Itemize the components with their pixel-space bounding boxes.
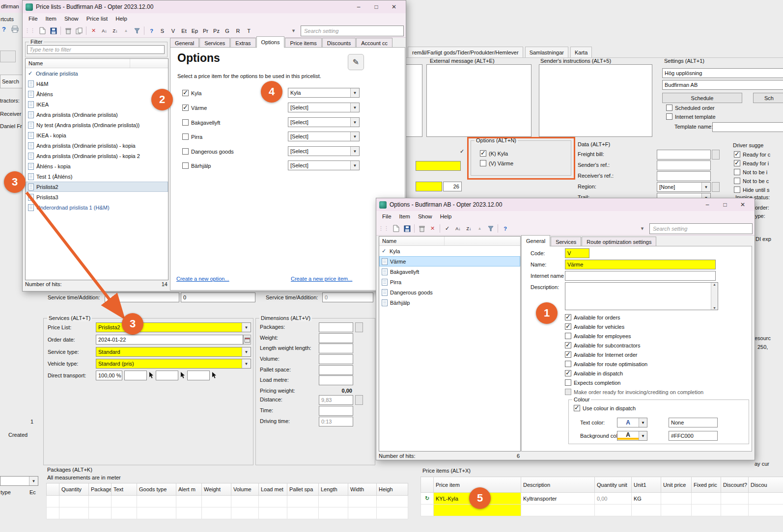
minimize-button[interactable]: – (699, 198, 716, 211)
empty-cell[interactable] (521, 505, 595, 516)
company-input[interactable]: Budfirman AB (662, 80, 783, 90)
empty-table-row[interactable] (47, 507, 408, 519)
toolbar-letter-g[interactable]: G (223, 26, 232, 36)
pirra-price-item-select[interactable]: [Select]▼ (288, 132, 360, 141)
column-header[interactable]: Discount? (721, 477, 749, 493)
clear-sort-icon[interactable]: ▲ (121, 26, 131, 36)
sort-descending-icon[interactable]: Z↓ (464, 224, 474, 234)
direct-transport-extra-3[interactable] (187, 371, 210, 380)
bottom-left-combo[interactable]: ▼ (0, 476, 38, 486)
filter-input[interactable]: Type here to filter (27, 45, 165, 54)
length-weight-length-input[interactable] (319, 344, 353, 353)
empty-cell[interactable] (661, 505, 692, 516)
background-color-value-input[interactable]: #FFC000 (669, 431, 718, 441)
template-name-input[interactable] (712, 122, 783, 132)
empty-cell[interactable] (749, 493, 783, 505)
refresh-icon-cell[interactable]: ↻ (421, 493, 434, 505)
empty-cell[interactable] (661, 493, 692, 505)
toolbar-letter-et[interactable]: Et (179, 26, 189, 36)
direct-transport-extra-2[interactable] (156, 371, 178, 380)
bakgavellyft-checkbox[interactable] (182, 119, 189, 126)
toolbar-letter-t[interactable]: T (244, 26, 253, 36)
toolbar-letter-pr[interactable]: Pr (201, 26, 210, 36)
copy-icon[interactable] (74, 26, 84, 36)
tab-samlastningar[interactable]: Samlastningar (525, 47, 568, 57)
calendar-icon[interactable] (243, 335, 251, 345)
tab-general[interactable]: General (170, 38, 199, 48)
column-header[interactable]: Package (89, 483, 112, 496)
column-header[interactable]: Weight (202, 483, 231, 496)
bakgavellyft-price-item-select[interactable]: [Select]▼ (288, 117, 360, 127)
price-list-row[interactable]: Andra prislista (Ordinarie prislista) - … (26, 140, 168, 151)
price-list-row[interactable]: Åhléns (26, 89, 168, 99)
create-new-option-link[interactable]: Create a new option... (176, 276, 229, 282)
column-header[interactable]: Volume (231, 483, 259, 496)
hide-until-checkbox[interactable] (734, 186, 740, 193)
empty-cell[interactable] (721, 493, 749, 505)
not-to-be-checkbox-2[interactable] (734, 178, 740, 184)
empty-cell[interactable] (632, 505, 661, 516)
remove-icon[interactable]: ✕ (428, 224, 437, 234)
pallet-space-input[interactable] (319, 365, 353, 375)
tab-general[interactable]: General (521, 235, 550, 246)
options-titlebar[interactable]: Options - Budfirman AB - Opter 2023.12.0… (376, 198, 755, 211)
column-header[interactable]: Goods type (137, 483, 176, 496)
direct-transport-input[interactable]: 100,00 % (96, 371, 122, 380)
order-date-input[interactable]: 2024-01-22 (96, 335, 243, 345)
column-header[interactable]: Fixed pric (692, 477, 721, 493)
kyla-checkbox[interactable] (182, 90, 189, 96)
use-colour-in-dispatch-checkbox[interactable] (574, 405, 580, 411)
packages-button[interactable] (355, 322, 363, 332)
menu-item[interactable]: Item (395, 213, 414, 220)
empty-cell[interactable] (421, 505, 434, 516)
close-button[interactable]: ✕ (734, 198, 752, 211)
tab-goods-times-products[interactable]: remål/Farligt gods/Tider/Produkter/Hemle… (408, 47, 523, 57)
menu-price-list[interactable]: Price list (83, 15, 112, 23)
minimize-button[interactable]: – (350, 0, 367, 13)
background-color-button[interactable]: A▼ (617, 431, 647, 441)
help-icon[interactable]: ? (501, 224, 510, 234)
code-input[interactable]: V (565, 248, 589, 258)
option-row[interactable]: Bärhjälp (379, 297, 520, 308)
region-button[interactable] (712, 182, 720, 192)
price-list-row[interactable]: ✓Ordinarie prislista (26, 68, 168, 79)
save-icon[interactable] (49, 26, 58, 36)
not-to-be-checkbox-1[interactable] (734, 169, 740, 175)
column-header[interactable]: Heigh (377, 483, 408, 496)
column-header[interactable]: Quantity (59, 483, 89, 496)
available-for-internet-order-checkbox[interactable] (565, 351, 571, 358)
column-header[interactable]: Length (319, 483, 348, 496)
available-for-orders-checkbox[interactable] (565, 314, 571, 320)
tab-karta[interactable]: Karta (570, 47, 592, 57)
menu-help[interactable]: Help (436, 213, 456, 220)
available-in-dispatch-checkbox[interactable] (565, 370, 571, 376)
region-combo[interactable]: [None]▼ (657, 182, 711, 192)
help-icon[interactable]: ? (147, 26, 156, 36)
dangerous-goods-checkbox[interactable] (182, 148, 189, 155)
delete-icon[interactable] (417, 224, 426, 234)
toolbar-grip[interactable]: ⋮⋮ (25, 27, 35, 34)
select-check-icon[interactable]: ✓ (443, 224, 452, 234)
ready-for-checkbox-1[interactable] (734, 151, 740, 158)
empty-table-row[interactable] (47, 496, 408, 507)
column-header[interactable]: Description (521, 477, 595, 493)
close-button[interactable]: ✕ (385, 0, 403, 13)
column-header[interactable]: Unit1 (632, 477, 661, 493)
distance-input[interactable]: 9,83 (319, 395, 353, 405)
weight-input[interactable] (319, 333, 353, 343)
menu-help[interactable]: Help (112, 15, 131, 23)
scheduled-order-checkbox[interactable] (666, 105, 672, 111)
barhjalp-price-item-select[interactable]: [Select]▼ (288, 160, 360, 170)
available-for-subcontractors-checkbox[interactable] (565, 342, 571, 348)
tab-route-optimization[interactable]: Route optimization settings (582, 237, 656, 246)
barhjalp-checkbox[interactable] (182, 162, 189, 169)
description-textarea[interactable]: ▲▼ (565, 282, 718, 310)
volume-input[interactable] (319, 354, 353, 364)
scroll-up-icon[interactable]: ▲ (713, 283, 716, 286)
price-list-row[interactable]: H&M (26, 79, 168, 89)
new-icon[interactable] (392, 224, 401, 234)
search-setting-input[interactable]: Search setting (301, 26, 404, 36)
freight-bill-button[interactable] (712, 150, 720, 160)
vehicle-type-combo[interactable]: Standard (pris)▼ (96, 359, 251, 369)
column-header[interactable]: Load met (259, 483, 287, 496)
